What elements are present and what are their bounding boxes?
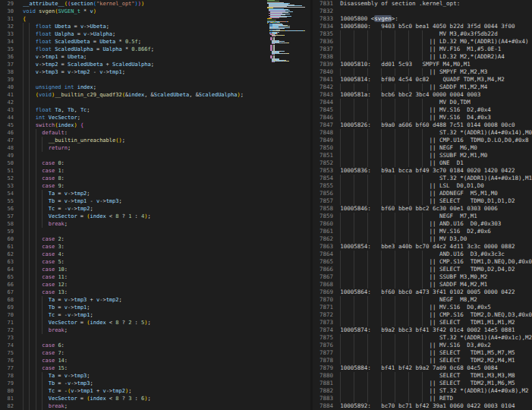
code-line[interactable]: case 15: bbox=[23, 364, 266, 372]
code-line[interactable]: float Ualpha = v->Ualpha; bbox=[23, 30, 266, 38]
right-gutter[interactable]: 7831783278337834783578367837783878397840… bbox=[313, 0, 340, 410]
disasm-line[interactable]: || SELECT TDM2,M1,M6,M5 bbox=[340, 380, 532, 387]
disasm-line[interactable]: || CMP.S16 TDM1,D.NEQ,D0,#0x0 bbox=[340, 258, 532, 266]
code-line[interactable]: switch(index) { bbox=[23, 121, 266, 129]
disasm-line[interactable]: ST.32 *(ADDR1)(A4+#0x18),M1 bbox=[340, 175, 532, 182]
disasm-line[interactable]: ST.32 *(ADDR1)(A4+#0x14),M0 bbox=[340, 129, 532, 137]
code-line[interactable] bbox=[23, 334, 266, 342]
code-line[interactable]: VecSector = (index < 8 ? 3 : 6); bbox=[23, 395, 266, 402]
disasm-line[interactable]: 10005884: bf41 bf42 b9a2 7a09 0c68 04c5 … bbox=[340, 364, 532, 372]
disasm-line[interactable]: || MV.S16 D3,#0x2 bbox=[340, 342, 532, 349]
code-line[interactable]: __builtin_unreachable(); bbox=[23, 137, 266, 144]
disasm-line[interactable]: || MV.S16 D2,#0x4 bbox=[340, 106, 532, 114]
code-line[interactable]: v->tmp1 = Ubeta; bbox=[23, 53, 266, 61]
disasm-line[interactable]: AND.U16 D3,#0x3c3c bbox=[340, 251, 532, 258]
code-line[interactable]: Tb = v->tmp1 - v->tmp3; bbox=[23, 197, 266, 205]
code-line[interactable]: VecSector = (index < 8 ? 2 : 5); bbox=[23, 319, 266, 326]
code-line[interactable]: case 6: bbox=[23, 342, 266, 349]
code-line[interactable]: Ta = v->tmp3 + v->tmp2; bbox=[23, 296, 266, 304]
right-code-area[interactable]: Disassembly of section .kernel_opt:10005… bbox=[340, 0, 532, 410]
code-line[interactable]: case 9: bbox=[23, 182, 266, 190]
disasm-line[interactable]: || SELECT TDM2,M2,M4,M1 bbox=[340, 357, 532, 364]
code-line[interactable]: { bbox=[23, 15, 266, 23]
code-line[interactable]: case 8: bbox=[23, 175, 266, 182]
code-line[interactable]: int VecSector; bbox=[23, 114, 266, 121]
code-line[interactable]: Tc = -v->tmp2; bbox=[23, 205, 266, 213]
disasm-line[interactable]: || SELECT TDM0,D1,D1,D2 bbox=[340, 197, 532, 205]
disasm-line[interactable]: || SADDF M1,M2,M4 bbox=[340, 84, 532, 91]
code-line[interactable]: Tc = -(v->tmp1 + v->tmp2); bbox=[23, 387, 266, 395]
disasm-line[interactable]: || LD.32 M0,*(ADDR1)(A4+#0x4) bbox=[340, 38, 532, 46]
disasm-line[interactable]: 10005846: bf60 bbe0 bbc2 6c30 00e1 0303 … bbox=[340, 205, 532, 213]
code-line[interactable] bbox=[23, 76, 266, 84]
disasm-line[interactable]: MV D0,TDM bbox=[340, 99, 532, 106]
code-line[interactable]: __attribute__((section("kernel_opt"))) bbox=[23, 0, 266, 8]
disasm-line[interactable]: 10005800: 9403 b5c0 bea1 4050 b22d 3f5d … bbox=[340, 23, 532, 30]
disasm-line[interactable]: || SADDF M4,M2,M1 bbox=[340, 281, 532, 289]
code-line[interactable]: return; bbox=[23, 144, 266, 152]
disasm-line[interactable]: || CMP.U16 TDM0,D.LO,D0,#0x8 bbox=[340, 137, 532, 144]
disasm-line[interactable]: 10005854: bbe3 a40b bc70 d4c2 4d11 3c3c … bbox=[340, 243, 532, 251]
code-line[interactable]: Ta = v->tmp3; bbox=[23, 372, 266, 380]
disasm-line[interactable]: 10005826: b9a0 a606 bf60 d488 7c51 0144 … bbox=[340, 121, 532, 129]
code-line[interactable]: float Ubeta = v->Ubeta; bbox=[23, 23, 266, 30]
code-line[interactable]: case 2: bbox=[23, 235, 266, 243]
code-line[interactable]: VecSector = (index < 8 ? 1 : 4); bbox=[23, 213, 266, 220]
code-line[interactable]: case 0: bbox=[23, 159, 266, 167]
disasm-line[interactable]: 1000581a: bcb6 bbc2 3bc4 0000 0004 0003 bbox=[340, 91, 532, 99]
disasm-line[interactable]: 10005810: dd01 5c93 SMPYF M4,M0,M1 bbox=[340, 61, 532, 68]
code-line[interactable]: Tc = -v->tmp1; bbox=[23, 311, 266, 319]
disasm-line[interactable] bbox=[340, 8, 532, 15]
left-minimap[interactable] bbox=[266, 0, 310, 410]
disasm-line[interactable]: || SELECT TDM1,M1,M1,M2 bbox=[340, 319, 532, 326]
disasm-line[interactable]: || ST.32 *(ADDR1)(A4+#0x8),M2 bbox=[340, 387, 532, 395]
code-line[interactable]: case 13: bbox=[23, 289, 266, 296]
disasm-line[interactable]: SELECT TDM1,M3,M3,M8 bbox=[340, 372, 532, 380]
code-line[interactable]: case 4: bbox=[23, 251, 266, 258]
disasm-line[interactable]: MV M3,#0x3f5db22d bbox=[340, 30, 532, 38]
code-line[interactable]: Tb = -v->tmp3; bbox=[23, 380, 266, 387]
code-line[interactable]: case 11: bbox=[23, 273, 266, 281]
code-line[interactable]: case 14: bbox=[23, 357, 266, 364]
left-code-area[interactable]: __attribute__((section("kernel_opt")))vo… bbox=[23, 0, 266, 410]
disasm-line[interactable]: || MV.F16 M1,#5.0E-1 bbox=[340, 46, 532, 53]
disasm-line[interactable]: Disassembly of section .kernel_opt: bbox=[340, 0, 532, 8]
disasm-line[interactable]: || SSUBF M3,M0,M2 bbox=[340, 273, 532, 281]
disasm-line[interactable]: || NEGF M6,M0 bbox=[340, 144, 532, 152]
disasm-line[interactable]: || LD.32 M2,*(ADDR2)A4 bbox=[340, 53, 532, 61]
disasm-line[interactable]: 10005874: b9a2 bbc3 bf41 3f42 01c4 0002 … bbox=[340, 326, 532, 334]
code-line[interactable]: float Ta, Tb, Tc; bbox=[23, 106, 266, 114]
disasm-line[interactable]: 10005864: bf60 bbc0 a473 3f41 0102 0005 … bbox=[340, 289, 532, 296]
code-line[interactable]: break; bbox=[23, 220, 266, 228]
code-line[interactable] bbox=[23, 99, 266, 106]
disasm-line[interactable]: || RETD bbox=[340, 395, 532, 402]
left-gutter[interactable]: 2930313233343536373839404142434445464748… bbox=[0, 0, 23, 410]
code-line[interactable] bbox=[23, 152, 266, 159]
disasm-line[interactable]: || LSL D0,D1,D0 bbox=[340, 182, 532, 190]
disasm-line[interactable]: || SMPYF M2,M2,M3 bbox=[340, 68, 532, 76]
disasm-line[interactable]: 10005892: bc70 bc71 bf42 39a1 0060 0422 … bbox=[340, 402, 532, 410]
disasm-line[interactable]: NEGF M8,M2 bbox=[340, 296, 532, 304]
disasm-line[interactable]: || MV.S16 D0,#0x5 bbox=[340, 304, 532, 311]
code-line[interactable]: float ScaledUbeta = Ubeta * 0.5f; bbox=[23, 38, 266, 46]
code-line[interactable]: break; bbox=[23, 326, 266, 334]
code-line[interactable]: float ScaledUalpha = Ualpha * 0.866f; bbox=[23, 46, 266, 53]
disasm-line[interactable]: || ADDNEGF M5,M1,M0 bbox=[340, 190, 532, 197]
code-line[interactable] bbox=[23, 228, 266, 235]
code-line[interactable]: void svgen(SVGEN_t * v) bbox=[23, 8, 266, 15]
code-line[interactable]: case 5: bbox=[23, 258, 266, 266]
code-line[interactable]: v->tmp2 = ScaledUbeta + ScaledUalpha; bbox=[23, 61, 266, 68]
code-line[interactable]: break; bbox=[23, 402, 266, 410]
code-line[interactable]: case 12: bbox=[23, 281, 266, 289]
code-line[interactable]: v->tmp3 = v->tmp2 - v->tmp1; bbox=[23, 68, 266, 76]
code-line[interactable]: (void)__builtin_c29_quadf32(&index, &Sca… bbox=[23, 91, 266, 99]
code-line[interactable]: Ta = v->tmp2; bbox=[23, 190, 266, 197]
code-line[interactable]: case 7: bbox=[23, 349, 266, 357]
disasm-line[interactable]: || MV.S16 D4,#0x3 bbox=[340, 114, 532, 121]
disasm-line[interactable]: || CMP.S16 TDM2,D.NEQ,D3,#0x0 bbox=[340, 311, 532, 319]
disasm-line[interactable]: || MV.S16 D2,#0x6 bbox=[340, 228, 532, 235]
disasm-line[interactable]: ST.32 *(ADDR1)(A4+#0x1c),M2 bbox=[340, 334, 532, 342]
disasm-line[interactable]: || SELECT TDM1,M5,M7,M5 bbox=[340, 349, 532, 357]
code-line[interactable]: Tb = v->tmp1; bbox=[23, 304, 266, 311]
disasm-line[interactable]: || AND.U16 D0,#0x303 bbox=[340, 220, 532, 228]
